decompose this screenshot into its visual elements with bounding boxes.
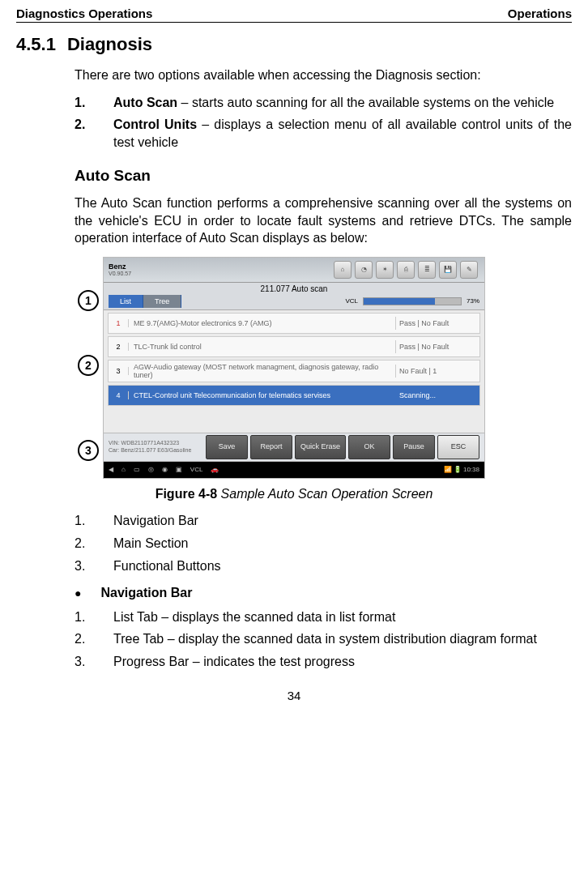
list-marker: 3. bbox=[75, 557, 113, 575]
log-icon[interactable]: ≣ bbox=[418, 261, 436, 279]
car-icon[interactable]: 🚗 bbox=[211, 466, 219, 473]
scan-title: 211.077 Auto scan bbox=[104, 283, 484, 293]
list-text: Progress Bar – indicates the test progre… bbox=[113, 653, 572, 671]
scan-list: 1 ME 9.7(AMG)-Motor electronics 9.7 (AMG… bbox=[104, 313, 484, 433]
meter-icon[interactable]: ◔ bbox=[355, 261, 373, 279]
legend-item: Functional Buttons bbox=[113, 557, 572, 575]
section-number: 4.5.1 bbox=[16, 34, 56, 54]
scan-row[interactable]: 2 TLC-Trunk lid control Pass | No Fault bbox=[108, 336, 480, 357]
home-icon[interactable]: ⌂ bbox=[121, 466, 126, 473]
header-right: Operations bbox=[508, 6, 572, 20]
edit-icon[interactable]: ✎ bbox=[460, 261, 478, 279]
car-label: Car: Benz/211.077 E63/Gasoline bbox=[109, 447, 191, 454]
save-icon[interactable]: 💾 bbox=[439, 261, 457, 279]
list-marker: 2. bbox=[75, 116, 113, 151]
android-nav-bar: ◀ ⌂ ▭ ◎ ◉ ▣ VCL 🚗 📶 🔋 10:38 bbox=[104, 462, 484, 478]
progress-percent: 73% bbox=[467, 297, 479, 305]
esc-button[interactable]: ESC bbox=[437, 435, 479, 459]
list-marker: 1. bbox=[75, 608, 113, 626]
progress-bar bbox=[363, 297, 462, 305]
figure-autoscan: 1 2 3 Benz V0.90.57 ⌂ ◔ ✶ ⎙ ≣ 💾 ✎ 211.07… bbox=[103, 257, 485, 479]
tab-list[interactable]: List bbox=[109, 295, 143, 308]
navbar-list: 1.List Tab – displays the scanned data i… bbox=[75, 608, 572, 671]
row-desc: TLC-Trunk lid control bbox=[129, 340, 395, 353]
row-desc: CTEL-Control unit Telecommunication for … bbox=[129, 389, 395, 402]
app-icon[interactable]: ▣ bbox=[176, 466, 182, 473]
scan-row[interactable]: 3 AGW-Audio gateway (MOST network managm… bbox=[108, 360, 480, 382]
page-number: 34 bbox=[16, 689, 572, 702]
legend-list: 1.Navigation Bar 2.Main Section 3.Functi… bbox=[75, 512, 572, 574]
row-index: 1 bbox=[109, 319, 129, 327]
row-status: Pass | No Fault bbox=[395, 340, 479, 353]
list-marker: 3. bbox=[75, 653, 113, 671]
recents-icon[interactable]: ▭ bbox=[134, 466, 140, 473]
figure-caption: Figure 4-8 Sample Auto Scan Operation Sc… bbox=[16, 485, 572, 503]
vcl-label: VCL bbox=[345, 297, 358, 305]
legend-item: Main Section bbox=[113, 535, 572, 553]
row-desc: AGW-Audio gateway (MOST network managmen… bbox=[129, 361, 395, 382]
scan-row-selected[interactable]: 4 CTEL-Control unit Telecommunication fo… bbox=[108, 385, 480, 406]
clock: 📶 🔋 10:38 bbox=[444, 466, 479, 473]
list-marker: 1. bbox=[75, 512, 113, 530]
print-icon[interactable]: ⎙ bbox=[397, 261, 415, 279]
option-lead: Auto Scan bbox=[113, 96, 177, 109]
option-text: – starts auto scanning for all the avail… bbox=[177, 96, 554, 109]
autoscan-paragraph: The Auto Scan function performs a compre… bbox=[75, 194, 572, 247]
figure-footer: VIN: WDB2110771A432323 Car: Benz/211.077… bbox=[104, 433, 484, 462]
row-desc: ME 9.7(AMG)-Motor electronics 9.7 (AMG) bbox=[129, 317, 395, 330]
pause-button[interactable]: Pause bbox=[393, 435, 435, 459]
save-button[interactable]: Save bbox=[206, 435, 248, 459]
row-status: Pass | No Fault bbox=[395, 317, 479, 330]
list-marker: 2. bbox=[75, 535, 113, 553]
tab-bar: List Tree VCL 73% bbox=[104, 293, 484, 310]
legend-item: Navigation Bar bbox=[113, 512, 572, 530]
row-status: No Fault | 1 bbox=[395, 365, 479, 378]
row-index: 4 bbox=[109, 391, 129, 399]
option-lead: Control Units bbox=[113, 117, 197, 131]
scan-row[interactable]: 1 ME 9.7(AMG)-Motor electronics 9.7 (AMG… bbox=[108, 313, 480, 334]
brand-label: Benz bbox=[109, 262, 131, 271]
options-list: 1. Auto Scan – starts auto scanning for … bbox=[75, 94, 572, 151]
toolbar-icons: ⌂ ◔ ✶ ⎙ ≣ 💾 ✎ bbox=[332, 261, 479, 279]
vin-label: VIN: WDB2110771A432323 bbox=[109, 440, 191, 446]
caption-text: Sample Auto Scan Operation Screen bbox=[217, 487, 432, 501]
list-text: Tree Tab – display the scanned data in s… bbox=[113, 630, 572, 648]
option-item-1: 1. Auto Scan – starts auto scanning for … bbox=[75, 94, 572, 112]
row-index: 2 bbox=[109, 343, 129, 351]
tab-tree[interactable]: Tree bbox=[143, 295, 181, 308]
caption-label: Figure 4-8 bbox=[156, 487, 217, 501]
home-icon[interactable]: ⌂ bbox=[334, 261, 352, 279]
option-item-2: 2. Control Units – displays a selection … bbox=[75, 116, 572, 151]
back-icon[interactable]: ◀ bbox=[109, 466, 113, 473]
intro-paragraph: There are two options available when acc… bbox=[75, 66, 572, 84]
annotation-1: 1 bbox=[78, 290, 99, 311]
camera-icon[interactable]: ◉ bbox=[162, 466, 168, 473]
subsection-heading: Auto Scan bbox=[75, 165, 572, 186]
annotation-3: 3 bbox=[78, 440, 99, 461]
page-header: Diagnostics Operations Operations bbox=[16, 6, 572, 23]
settings-icon[interactable]: ✶ bbox=[376, 261, 394, 279]
header-left: Diagnostics Operations bbox=[16, 6, 152, 20]
bullet-label: Navigation Bar bbox=[100, 584, 192, 602]
ok-button[interactable]: OK bbox=[348, 435, 390, 459]
bullet-icon: ● bbox=[75, 586, 81, 601]
vcl-icon[interactable]: VCL bbox=[190, 466, 203, 473]
row-index: 3 bbox=[109, 367, 129, 375]
bullet-nav-bar: ● Navigation Bar bbox=[75, 584, 572, 602]
list-text: List Tab – displays the scanned data in … bbox=[113, 608, 572, 626]
browser-icon[interactable]: ◎ bbox=[148, 466, 154, 473]
section-title: Diagnosis bbox=[67, 34, 152, 54]
section-heading: 4.5.1Diagnosis bbox=[16, 34, 572, 55]
list-marker: 1. bbox=[75, 94, 113, 112]
list-marker: 2. bbox=[75, 630, 113, 648]
figure-toolbar: Benz V0.90.57 ⌂ ◔ ✶ ⎙ ≣ 💾 ✎ bbox=[104, 258, 484, 283]
brand-version: V0.90.57 bbox=[109, 271, 131, 276]
row-status: Scanning... bbox=[395, 389, 479, 402]
report-button[interactable]: Report bbox=[250, 435, 292, 459]
annotation-2: 2 bbox=[78, 355, 99, 376]
quick-erase-button[interactable]: Quick Erase bbox=[295, 435, 346, 459]
